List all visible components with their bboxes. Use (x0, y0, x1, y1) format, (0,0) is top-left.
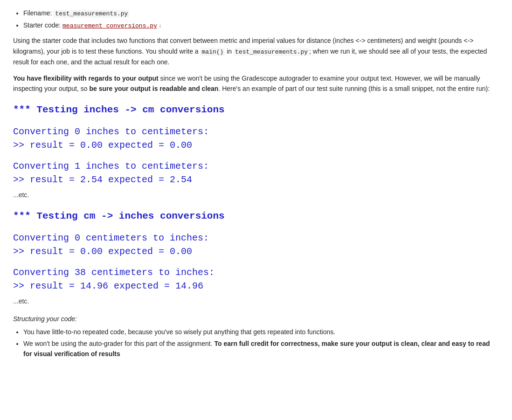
structuring-text-1: You have little-to-no repeated code, bec… (23, 328, 335, 336)
structuring-item-2: We won't be using the auto-grader for th… (23, 339, 499, 359)
starter-code-link[interactable]: measurement_conversions.py (62, 22, 157, 29)
etc-text-2: ...etc. (13, 296, 499, 307)
intro-text-2: in (225, 48, 234, 55)
output-line-2-1-2: >> result = 0.00 expected = 0.00 (13, 245, 499, 258)
flexibility-end: . Here's an example of part of our test … (218, 85, 490, 92)
output-line-1-2-2: >> result = 2.54 expected = 2.54 (13, 173, 499, 186)
structuring-text-before-2: We won't be using the auto-grader for th… (23, 340, 214, 347)
flexibility-paragraph: You have flexibility with regards to you… (13, 73, 499, 94)
structuring-item-1: You have little-to-no repeated code, bec… (23, 327, 499, 337)
filename-label: Filename: (23, 9, 54, 17)
structuring-label: Structuring your code: (13, 314, 499, 324)
etc-text-1: ...etc. (13, 190, 499, 200)
output-group-1-1: Converting 0 inches to centimeters: >> r… (13, 125, 499, 152)
output-line-2-1-1: Converting 0 centimeters to inches: (13, 231, 499, 245)
file-code-inline: test_measurements.py (234, 48, 309, 56)
filename-item: Filename: test_measurements.py (23, 8, 499, 19)
intro-paragraph: Using the starter code that includes two… (13, 35, 499, 68)
output-line-2-2-1: Converting 38 centimeters to inches: (13, 266, 499, 279)
output-group-2-1: Converting 0 centimeters to inches: >> r… (13, 231, 499, 258)
output-group-2-2: Converting 38 centimeters to inches: >> … (13, 266, 499, 293)
output-section-2-header: *** Testing cm -> inches conversions (13, 209, 499, 224)
output-group-1-2: Converting 1 inches to centimeters: >> r… (13, 159, 499, 186)
top-file-list: Filename: test_measurements.py Starter c… (13, 8, 499, 31)
structuring-list: You have little-to-no repeated code, bec… (13, 327, 499, 359)
filename-value: test_measurements.py (54, 10, 129, 18)
output-line-1-2-1: Converting 1 inches to centimeters: (13, 159, 499, 173)
output-line-1-1-2: >> result = 0.00 expected = 0.00 (13, 138, 499, 152)
output-section-1-header: *** Testing inches -> cm conversions (13, 103, 499, 118)
output-line-1-1-1: Converting 0 inches to centimeters: (13, 125, 499, 138)
main-code-inline: main() (201, 48, 225, 56)
flexibility-bold-start: You have flexibility with regards to you… (13, 75, 159, 82)
starter-code-item: Starter code: measurement_conversions.py… (23, 21, 499, 31)
output-line-2-2-2: >> result = 14.96 expected = 14.96 (13, 279, 499, 293)
flexibility-bold-middle: be sure your output is readable and clea… (89, 85, 218, 92)
download-icon: ↓ (159, 21, 161, 30)
starter-code-label: Starter code: (23, 21, 62, 29)
